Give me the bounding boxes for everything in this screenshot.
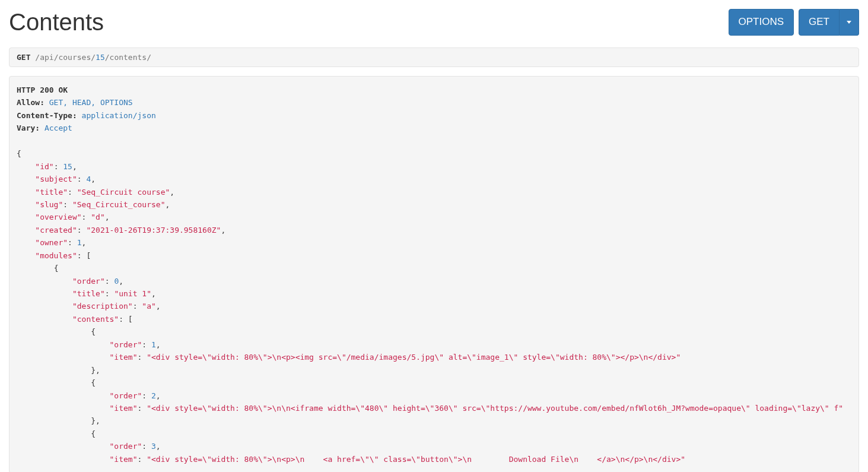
page-header: Contents OPTIONS GET: [9, 9, 859, 36]
vary-header-value: Accept: [44, 123, 72, 132]
page-title: Contents: [9, 9, 104, 36]
allow-header-label: Allow:: [17, 98, 44, 107]
get-button-group: GET: [799, 9, 859, 36]
get-dropdown-toggle[interactable]: [840, 9, 859, 36]
request-info: GET /api/courses/15/contents/: [9, 47, 859, 67]
allow-header-value: GET, HEAD, OPTIONS: [49, 98, 133, 107]
response-body-json: { "id": 15, "subject": 4, "title": "Seq_…: [17, 149, 843, 464]
content-type-header-value: application/json: [82, 111, 156, 120]
button-toolbar: OPTIONS GET: [729, 9, 859, 36]
status-line: HTTP 200 OK: [17, 85, 68, 94]
request-method: GET: [17, 53, 30, 62]
request-path: /api/courses/15/contents/: [35, 53, 151, 62]
response-info: HTTP 200 OK Allow: GET, HEAD, OPTIONS Co…: [9, 76, 859, 472]
vary-header-label: Vary:: [17, 123, 40, 132]
caret-down-icon: [847, 21, 851, 24]
get-button[interactable]: GET: [799, 9, 840, 36]
content-type-header-label: Content-Type:: [17, 111, 77, 120]
options-button[interactable]: OPTIONS: [729, 9, 794, 36]
